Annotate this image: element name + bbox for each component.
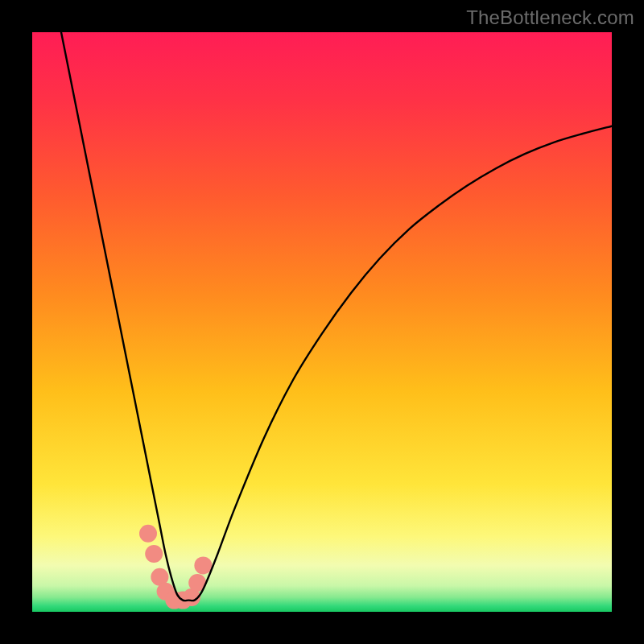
watermark-text: TheBottleneck.com — [466, 6, 634, 29]
highlight-dot — [139, 525, 157, 543]
highlight-dot — [145, 545, 163, 563]
chart-frame: TheBottleneck.com — [0, 0, 644, 644]
highlight-dot — [194, 556, 212, 574]
bottleneck-chart — [32, 32, 612, 612]
plot-area — [32, 32, 612, 612]
